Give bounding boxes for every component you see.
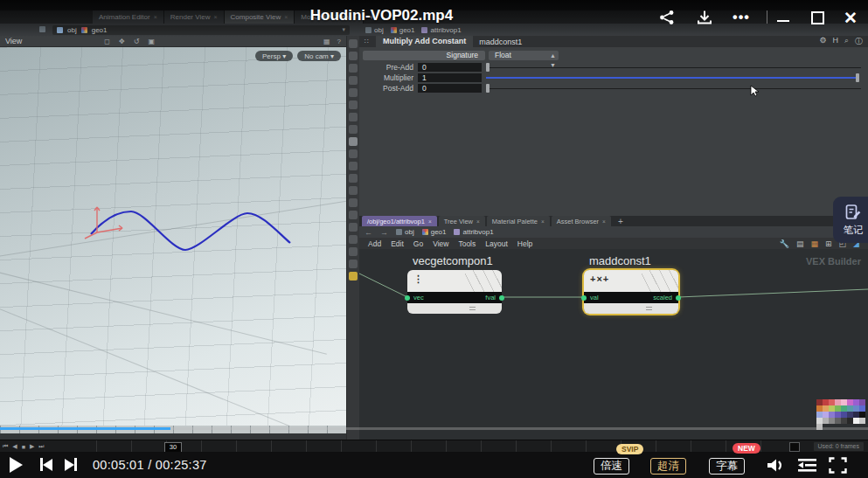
menu-tools: Tools bbox=[458, 239, 476, 248]
share-button[interactable] bbox=[658, 9, 676, 26]
node-grip-icon bbox=[469, 307, 476, 308]
toolbar-icon bbox=[349, 162, 358, 170]
drag-handle-icon: ∷ bbox=[365, 38, 370, 45]
palette-swatch bbox=[823, 412, 829, 418]
close-button[interactable]: ✕ bbox=[842, 9, 859, 26]
palette-swatch bbox=[816, 405, 823, 412]
network-pathbar: ← → obj geo1 attribvop1 bbox=[359, 226, 868, 238]
input-port-dot bbox=[581, 295, 587, 301]
video-title: Houdini-VOP02.mp4 bbox=[0, 7, 763, 24]
palette-swatch bbox=[829, 412, 835, 418]
share-icon bbox=[659, 10, 675, 25]
fullscreen-button[interactable] bbox=[829, 457, 847, 477]
toolbar-icon bbox=[349, 76, 358, 85]
toolbar-icon bbox=[349, 223, 358, 232]
more-icon: ••• bbox=[733, 10, 750, 25]
minimize-icon bbox=[777, 20, 789, 23]
signature-dropdown: Float ▲▼ bbox=[489, 51, 559, 60]
back-icon: ← bbox=[365, 228, 372, 237]
color-palette bbox=[816, 399, 865, 430]
take-icon: H bbox=[832, 36, 838, 47]
video-content[interactable]: Animation Editor× Render View× Composite… bbox=[0, 0, 868, 452]
network-pane-tabbar: /obj/geo1/attribvop1× Tree View× Materia… bbox=[359, 216, 868, 226]
palette-swatch bbox=[853, 412, 859, 418]
grid-icon: ⊞ bbox=[825, 239, 832, 248]
toolbar-icon bbox=[349, 64, 358, 73]
tab-asset-browser: Asset Browser× bbox=[552, 216, 611, 226]
gear-icon: ⚙ bbox=[819, 36, 826, 47]
end-frame-icon bbox=[789, 442, 800, 452]
palette-swatch bbox=[853, 418, 859, 424]
persp-selector: Persp ▾ bbox=[255, 51, 293, 61]
info-icon: ⓘ bbox=[855, 36, 863, 47]
palette-swatch bbox=[835, 412, 841, 418]
menu-go: Go bbox=[413, 239, 423, 248]
seek-bar[interactable] bbox=[0, 427, 868, 430]
palette-swatch bbox=[835, 418, 841, 424]
more-button[interactable]: ••• bbox=[733, 9, 750, 26]
forward-icon: → bbox=[380, 228, 388, 237]
path-crumb: geo1 bbox=[422, 228, 447, 236]
help-icon: ? bbox=[337, 38, 341, 45]
note-button[interactable]: 笔记 bbox=[833, 197, 868, 243]
prev-icon bbox=[43, 459, 52, 471]
toolbar-icon bbox=[349, 272, 358, 281]
palette-swatch bbox=[823, 405, 829, 412]
node-grip-icon bbox=[646, 307, 652, 308]
menu-edit: Edit bbox=[391, 239, 404, 248]
next-button[interactable] bbox=[65, 458, 77, 471]
toolbar-icon bbox=[349, 247, 358, 256]
palette-swatch bbox=[859, 405, 865, 412]
output-port-label: scaled bbox=[653, 294, 672, 301]
page-icon: ▤ bbox=[796, 239, 804, 248]
menu-layout: Layout bbox=[485, 239, 508, 248]
svip-badge: SVIP bbox=[616, 444, 643, 454]
play-button[interactable] bbox=[10, 457, 23, 473]
video-player: Animation Editor× Render View× Composite… bbox=[0, 0, 868, 478]
minimize-button[interactable] bbox=[774, 9, 792, 26]
prev-button[interactable] bbox=[40, 458, 52, 471]
select-tool-icon: ◻ bbox=[104, 38, 110, 45]
path-crumb: obj bbox=[396, 228, 414, 236]
output-port-dot bbox=[499, 295, 504, 301]
download-button[interactable] bbox=[696, 9, 713, 26]
palette-swatch bbox=[847, 418, 853, 424]
palette-swatch bbox=[847, 405, 853, 412]
menu-view: View bbox=[433, 239, 448, 248]
input-port-label: val bbox=[590, 294, 599, 301]
param-row-multiplier: Multiplier 1 bbox=[359, 73, 868, 82]
palette-swatch bbox=[841, 405, 847, 412]
maximize-button[interactable] bbox=[809, 9, 826, 26]
param-slider bbox=[486, 63, 861, 72]
volume-button[interactable] bbox=[767, 458, 788, 476]
viewport-tool-icons: ◻ ✥ ↺ ▣ bbox=[104, 38, 155, 45]
time-display: 00:05:01 / 00:25:37 bbox=[93, 458, 207, 472]
volume-icon bbox=[767, 458, 788, 473]
menu-add: Add bbox=[368, 239, 381, 248]
sine-curve-drawing bbox=[0, 47, 346, 433]
node-stripes bbox=[642, 270, 678, 292]
toolbar-icon bbox=[349, 52, 358, 60]
palette-swatch bbox=[841, 418, 847, 424]
speed-button[interactable]: 倍速 bbox=[594, 458, 629, 475]
divider bbox=[767, 10, 767, 24]
node-footer bbox=[584, 303, 678, 314]
tab-network-editor: /obj/geo1/attribvop1× bbox=[362, 216, 437, 226]
right-pane: ∷ Multiply Add Constant maddconst1 ⚙ H ⌕… bbox=[359, 36, 868, 440]
param-label: Multiplier bbox=[384, 73, 413, 82]
node-title: maddconst1 bbox=[589, 254, 678, 267]
param-value-field: 0 bbox=[418, 63, 482, 72]
quality-button[interactable]: 超清 bbox=[650, 458, 686, 475]
subtitle-button[interactable]: 字幕 bbox=[709, 458, 745, 475]
param-header-title: Multiply Add Constant bbox=[376, 36, 473, 47]
rewind-icon: ⏮ bbox=[3, 443, 8, 450]
toolbar-icon bbox=[349, 88, 358, 97]
new-badge: NEW bbox=[733, 443, 760, 454]
param-slider bbox=[486, 84, 861, 93]
obj-icon bbox=[396, 229, 402, 235]
next-icon bbox=[65, 459, 74, 471]
search-icon: ⌕ bbox=[844, 36, 849, 47]
playlist-button[interactable] bbox=[796, 458, 818, 476]
rotate-tool-icon: ↺ bbox=[134, 38, 140, 45]
palette-swatch bbox=[829, 418, 835, 424]
